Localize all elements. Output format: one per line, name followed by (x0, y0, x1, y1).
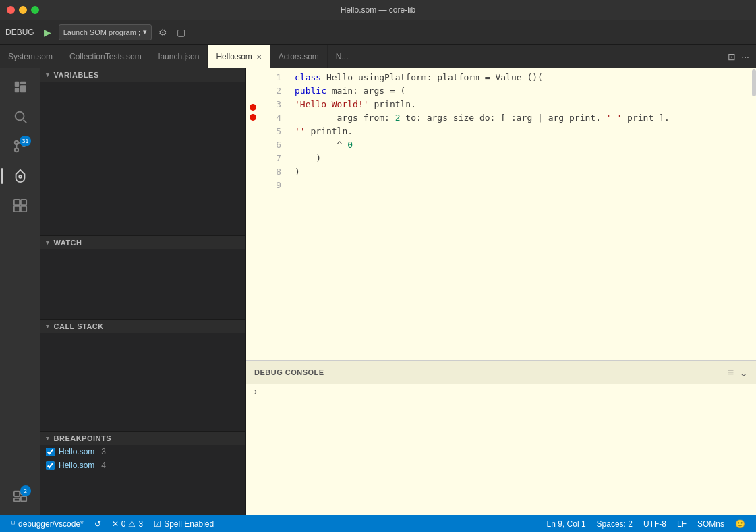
breakpoint-file-1: Hello.som (59, 447, 94, 456)
console-terminal-row: › (246, 384, 756, 399)
status-errors[interactable]: ✕ 0 ⚠ 3 (107, 519, 148, 529)
tab-close-icon[interactable]: ✕ (256, 53, 262, 61)
breakpoints-panel: ▾ BREAKPOINTS Hello.som 3 Hello.som 4 (40, 432, 245, 515)
callstack-header[interactable]: ▾ CALL STACK (40, 320, 245, 333)
split-editor-button[interactable]: ⊡ (726, 50, 737, 63)
more-tabs-button[interactable]: ··· (740, 50, 751, 63)
window-title: Hello.som — core-lib (341, 5, 415, 15)
title-bar: Hello.som — core-lib (0, 0, 756, 20)
sidebar-item-extensions[interactable] (7, 192, 34, 219)
svg-point-9 (19, 175, 22, 178)
sidebar-item-debug[interactable] (7, 162, 34, 189)
debug-console: DEBUG CONSOLE ≡ ⌄ › (246, 360, 756, 515)
console-chevron-icon: › (254, 387, 257, 396)
filter-console-button[interactable]: ≡ (728, 366, 734, 378)
code-content[interactable]: class Hello usingPlatform: platform = Va… (287, 68, 751, 360)
tab-collectiontests-label: CollectionTests.som (69, 52, 142, 61)
close-button[interactable] (7, 6, 15, 14)
callstack-arrow-icon: ▾ (46, 323, 50, 330)
console-title: DEBUG CONSOLE (254, 368, 324, 376)
watch-header[interactable]: ▾ WATCH (40, 236, 245, 249)
tab-launch-label: launch.json (158, 52, 200, 61)
tab-hello-label: Hello.som (216, 52, 252, 61)
status-smiley[interactable]: 🙂 (730, 519, 751, 529)
breakpoint-gutter (246, 68, 260, 360)
config-dropdown[interactable]: Launch SOM program ; ▾ (59, 24, 152, 40)
spaces-text: Spaces: 2 (597, 519, 633, 529)
svg-point-7 (14, 148, 18, 152)
sidebar-item-explorer[interactable] (7, 73, 34, 100)
svg-point-4 (15, 112, 24, 121)
variables-panel: ▾ VARIABLES (40, 68, 245, 236)
tab-actors[interactable]: Actors.som (270, 45, 328, 68)
maximize-button[interactable] (31, 6, 39, 14)
console-body[interactable]: › (246, 384, 756, 515)
layout-button[interactable]: ▢ (174, 26, 188, 39)
tab-system-label: System.som (8, 52, 53, 61)
collapse-console-button[interactable]: ⌄ (739, 366, 748, 379)
play-button[interactable]: ▶ (41, 26, 55, 39)
breakpoint-file-2: Hello.som (59, 461, 94, 470)
status-position[interactable]: Ln 9, Col 1 (542, 519, 591, 529)
scrollbar[interactable] (751, 68, 756, 360)
error-count: 0 (121, 519, 126, 529)
variables-header[interactable]: ▾ VARIABLES (40, 68, 245, 82)
code-line-9 (287, 179, 751, 192)
bp-dot-3[interactable] (250, 104, 256, 111)
watch-label: WATCH (54, 239, 82, 247)
breakpoint-checkbox-2[interactable] (46, 461, 55, 470)
status-sync[interactable]: ↺ (89, 519, 107, 529)
minimize-button[interactable] (19, 6, 27, 14)
watch-arrow-icon: ▾ (46, 239, 50, 246)
code-line-3: 'Hello World!' println. (287, 98, 751, 111)
console-actions: ≡ ⌄ (728, 366, 748, 379)
bp-dot-4[interactable] (250, 114, 256, 121)
callstack-label: CALL STACK (54, 322, 104, 330)
svg-rect-10 (13, 200, 19, 205)
svg-rect-2 (20, 82, 26, 84)
watch-panel: ▾ WATCH (40, 236, 245, 320)
breakpoints-arrow-icon: ▾ (46, 435, 50, 442)
code-line-1: class Hello usingPlatform: platform = Va… (287, 71, 751, 84)
status-bar: ⑂ debugger/vscode* ↺ ✕ 0 ⚠ 3 ☑ Spell Ena… (0, 515, 756, 532)
status-line-ending[interactable]: LF (672, 519, 692, 529)
window-controls[interactable] (7, 6, 39, 14)
svg-rect-3 (20, 85, 26, 92)
tab-collectiontests[interactable]: CollectionTests.som (61, 45, 150, 68)
breakpoint-checkbox-1[interactable] (46, 448, 55, 456)
tab-system[interactable]: System.som (0, 45, 61, 68)
code-line-6: ^ 0 (287, 138, 751, 152)
debug-toolbar: DEBUG ▶ Launch SOM program ; ▾ ⚙ ▢ (0, 20, 756, 45)
spell-status: Spell Enabled (164, 519, 214, 529)
sidebar-item-remote[interactable]: 2 (7, 483, 34, 510)
sync-icon: ↺ (94, 519, 101, 529)
tab-launch[interactable]: launch.json (150, 45, 208, 68)
status-spaces[interactable]: Spaces: 2 (591, 519, 638, 529)
breakpoints-label: BREAKPOINTS (54, 434, 112, 442)
status-language[interactable]: SOMns (692, 519, 730, 529)
status-branch[interactable]: ⑂ debugger/vscode* (5, 519, 89, 529)
config-name: Launch SOM program ; (63, 28, 140, 36)
code-editor[interactable]: 1 2 3 4 5 6 7 8 9 class Hello usingPlatf… (246, 68, 756, 360)
sidebar-item-git[interactable]: 31 (7, 133, 34, 160)
code-line-8: ) (287, 165, 751, 179)
callstack-panel: ▾ CALL STACK (40, 320, 245, 432)
code-line-7: ) (287, 152, 751, 165)
breakpoints-header[interactable]: ▾ BREAKPOINTS (40, 432, 245, 445)
tab-more[interactable]: N... (328, 45, 357, 68)
svg-line-5 (23, 120, 26, 123)
tab-actors-label: Actors.som (279, 52, 319, 61)
status-encoding[interactable]: UTF-8 (638, 519, 672, 529)
sidebar-item-search[interactable] (7, 103, 34, 130)
tab-hello[interactable]: Hello.som ✕ (208, 45, 270, 68)
language-text: SOMns (697, 519, 724, 529)
encoding-text: UTF-8 (643, 519, 666, 529)
code-line-5: '' println. (287, 125, 751, 138)
tabs-actions: ⊡ ··· (721, 45, 756, 68)
callstack-body (40, 333, 245, 431)
status-right: Ln 9, Col 1 Spaces: 2 UTF-8 LF SOMns 🙂 (542, 519, 751, 529)
status-spell[interactable]: ☑ Spell Enabled (148, 519, 219, 529)
warning-count: 3 (138, 519, 143, 529)
settings-button[interactable]: ⚙ (156, 26, 170, 39)
line-numbers: 1 2 3 4 5 6 7 8 9 (260, 68, 287, 360)
